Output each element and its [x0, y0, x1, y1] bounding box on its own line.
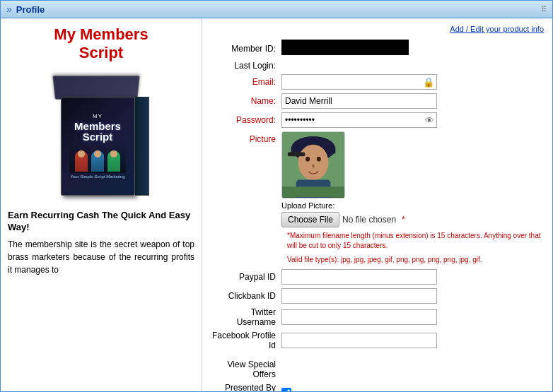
add-edit-link[interactable]: Add / Edit your product info [450, 25, 544, 33]
clickbank-field-container [281, 288, 544, 304]
email-field-container: 🔒 [281, 74, 544, 90]
view-offers-row: View Special Offers [211, 360, 544, 379]
content-area: My Members Script MY Members Script [1, 18, 552, 391]
name-input[interactable] [281, 93, 437, 109]
file-chosen-text: No file chosen [342, 215, 396, 225]
name-label: Name: [211, 96, 281, 106]
product-box-art: MY Members Script Your Simple Script Mar… [54, 76, 149, 196]
box-side [135, 97, 149, 196]
password-input[interactable] [281, 112, 437, 128]
upload-label: Upload Picture: [281, 201, 334, 210]
paypal-row: Paypal ID [211, 269, 544, 285]
email-row: Email: 🔒 [211, 74, 544, 90]
password-row: Password: 👁 [211, 112, 544, 128]
view-offers-label: View Special Offers [211, 360, 281, 379]
twitter-row: Twitter Username [211, 307, 544, 327]
name-field-container [281, 93, 544, 109]
presented-by-row: Presented By Other [211, 383, 544, 391]
facebook-row: Facebook Profile Id [211, 331, 544, 350]
svg-point-4 [305, 157, 310, 162]
last-login-row: Last Login: [211, 61, 544, 71]
paypal-label: Paypal ID [211, 272, 281, 282]
svg-rect-9 [288, 152, 305, 156]
svg-point-3 [298, 145, 328, 181]
profile-svg [282, 131, 344, 198]
email-label: Email: [211, 77, 281, 87]
password-eye-icon[interactable]: 👁 [425, 115, 434, 126]
email-input[interactable] [281, 74, 437, 90]
box-text-script: Script [83, 131, 113, 142]
right-panel: Add / Edit your product info Member ID: … [202, 18, 552, 391]
box-people [69, 145, 126, 173]
promo-title: My Members Script [8, 25, 194, 63]
svg-point-6 [312, 165, 315, 168]
person-3 [107, 150, 120, 172]
promo-body: The membership site is the secret weapon… [8, 238, 194, 276]
file-note: *Maximum filename length (minus extensio… [287, 231, 544, 251]
box-top [52, 76, 140, 100]
presented-by-label: Presented By Other [211, 383, 281, 391]
title-bar-icon: » [6, 4, 12, 15]
required-star: * [402, 215, 405, 225]
promo-header: My Members Script [8, 25, 194, 70]
person-2 [91, 150, 104, 172]
member-id-display [281, 40, 409, 55]
paypal-field-container [281, 269, 544, 285]
password-field-container: 👁 [281, 112, 544, 128]
facebook-label: Facebook Profile Id [211, 331, 281, 350]
picture-content: Upload Picture: Choose File No file chos… [281, 131, 405, 227]
twitter-field-container [281, 309, 544, 325]
member-id-value [281, 40, 544, 57]
svg-rect-8 [282, 186, 344, 197]
member-id-label: Member ID: [211, 44, 281, 54]
person-1 [75, 150, 88, 172]
email-input-wrapper: 🔒 [281, 74, 437, 90]
box-tagline: Your Simple Script Marketing [70, 174, 124, 179]
last-login-label: Last Login: [211, 61, 281, 71]
box-text-my: MY [93, 113, 103, 119]
clickbank-label: Clickbank ID [211, 291, 281, 301]
twitter-label: Twitter Username [211, 307, 281, 327]
facebook-input[interactable] [281, 333, 437, 348]
file-note-container: *Maximum filename length (minus extensio… [211, 231, 544, 265]
presented-by-checkbox[interactable] [281, 388, 291, 391]
email-lock-icon: 🔒 [423, 77, 434, 88]
clickbank-row: Clickbank ID [211, 288, 544, 304]
left-panel: My Members Script MY Members Script [1, 18, 202, 391]
title-bar-text: Profile [16, 4, 45, 15]
box-main: MY Members Script Your Simple Script Mar… [61, 97, 135, 196]
svg-point-5 [317, 157, 321, 162]
title-bar-controls: ⠿ [541, 5, 547, 14]
facebook-field-container [281, 333, 544, 348]
title-bar: » Profile ⠿ [1, 1, 552, 18]
promo-heading: Earn Recurring Cash The Quick And Easy W… [8, 210, 194, 234]
member-id-row: Member ID: [211, 40, 544, 57]
picture-label: Picture [211, 131, 281, 144]
choose-file-button[interactable]: Choose File [281, 212, 339, 227]
profile-photo [281, 131, 345, 198]
twitter-input[interactable] [281, 309, 437, 325]
password-label: Password: [211, 115, 281, 125]
paypal-input[interactable] [281, 269, 437, 285]
password-input-wrapper: 👁 [281, 112, 437, 128]
valid-types: Valid file type(s): jpg, jpg, jpeg, gif,… [287, 255, 544, 265]
file-upload-row: Choose File No file chosen * [281, 212, 405, 227]
divider [211, 354, 544, 360]
product-box-container: MY Members Script Your Simple Script Mar… [8, 76, 194, 196]
clickbank-input[interactable] [281, 288, 437, 304]
add-edit-section: Add / Edit your product info [211, 24, 544, 34]
picture-section: Picture [211, 131, 544, 227]
main-window: » Profile ⠿ My Members Script MY Members… [0, 0, 553, 392]
profile-face [282, 132, 344, 198]
name-row: Name: [211, 93, 544, 109]
